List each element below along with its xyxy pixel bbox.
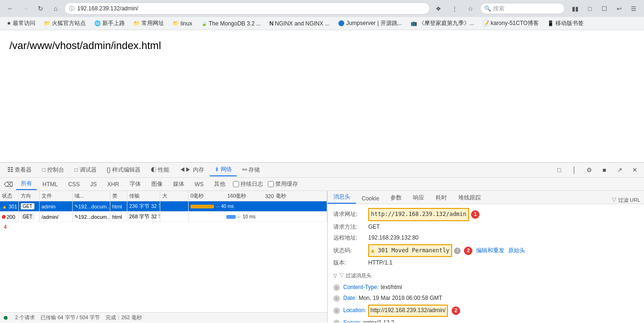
tab-console[interactable]: □ 控制台 [37, 164, 69, 176]
tab-debugger[interactable]: □ 调试器 [70, 164, 101, 176]
reload-button[interactable]: ↻ [34, 2, 47, 15]
bookmark-blog[interactable]: 📝 karony-51CTO博客 [480, 18, 542, 28]
subtab-xhr[interactable]: XHR [102, 180, 124, 189]
clear-log[interactable]: ⌫ [2, 178, 15, 191]
bookmark-label: 新手上路 [102, 19, 125, 27]
filter-headers-section: ▽ ▽ 过滤消息头 [333, 271, 638, 281]
tab-storage[interactable]: ⚯ 存储 [238, 164, 264, 176]
request-url-value: http://192.168.239.132/admin [368, 208, 469, 221]
folder-icon: 📁 [173, 20, 179, 26]
persist-log-checkbox[interactable]: 持续日志 [233, 180, 263, 188]
dock-left[interactable]: │ [568, 164, 581, 177]
bookmark-mongodb[interactable]: 🍃 The MongoDB 3.2 ... [198, 19, 264, 28]
menu-icon[interactable]: ⋮ [448, 2, 461, 15]
request-detail-panel: 消息头 Cookie 参数 响应 耗时 堆线跟踪 ▽ 过滤 URL 请求网址: … [328, 191, 644, 323]
window-controls: ▮▮ □ ☐ ↩ ☰ [569, 2, 640, 15]
mongodb-icon: 🍃 [201, 20, 207, 26]
network-status-bar: 2 个请求 已传输 64 字节 / 504 字节 完成：262 毫秒 [0, 312, 327, 323]
green-dot [4, 316, 8, 320]
home-button[interactable]: ⌂ [49, 2, 62, 15]
bookmark-most-visited[interactable]: ★ 最常访问 [4, 18, 38, 28]
tab-headers[interactable]: 消息头 [328, 191, 356, 204]
request-method-label: 请求方法: [333, 222, 366, 232]
tab-response[interactable]: 响应 [407, 192, 430, 204]
subtab-all[interactable]: 所有 [16, 178, 37, 190]
back-history[interactable]: ↩ [612, 2, 626, 15]
devtools-toggle[interactable]: □ [583, 2, 596, 15]
status-label: 状态码: [333, 246, 366, 256]
bookmark-tv[interactable]: 📺 《摩登家庭第九季》... [408, 18, 477, 28]
search-bar[interactable]: 🔍 搜索 [480, 3, 565, 14]
dock-bottom[interactable]: □ [553, 164, 566, 177]
url-text: 192.168.239.132/admin/ [77, 5, 425, 12]
mobile-icon: 📱 [547, 20, 554, 26]
col-timeline: 0毫秒 160毫秒 320 毫秒 [189, 191, 327, 201]
header-name-3: Location: [343, 306, 366, 316]
close-devtools[interactable]: ✕ [628, 164, 641, 177]
tab-stacktrace[interactable]: 堆线跟踪 [453, 192, 487, 204]
subtab-media[interactable]: 媒体 [168, 179, 189, 190]
tab-performance[interactable]: ◐ 性能 [146, 164, 174, 176]
type-html-1: html [110, 201, 127, 211]
more-menu[interactable]: ☰ [627, 2, 640, 15]
sidebar-toggle[interactable]: ▮▮ [569, 2, 582, 15]
toolbar-icons: ❖ ⋮ ☆ 🔍 搜索 [432, 2, 565, 15]
header-date: ○ Date: Mon, 19 Mar 2018 06:00:58 GMT [333, 293, 638, 304]
network-row-301[interactable]: ▲ 301 GET admin ✎ 192...docum... html 23… [0, 201, 327, 212]
settings-btn[interactable]: ⚙ [583, 164, 596, 177]
globe-icon: 🌐 [94, 20, 101, 26]
detail-content: 请求网址: http://192.168.239.132/admin 1 请求方… [328, 204, 644, 323]
info-icon[interactable]: ? [454, 248, 461, 254]
subtab-html[interactable]: HTML [38, 180, 63, 189]
dock-right[interactable]: ■ [598, 164, 611, 177]
status-value: ▲ 301 Moved Permanently [368, 244, 452, 257]
edit-resend-link[interactable]: 编辑和重发 [476, 246, 504, 256]
bookmark-mobile[interactable]: 📱 移动版书签 [545, 18, 586, 28]
address-bar[interactable]: ⓘ 192.168.239.132/admin/ [64, 2, 430, 15]
back-button[interactable]: ← [4, 2, 17, 15]
tab-memory[interactable]: ◀▶ 内存 [175, 164, 208, 176]
subtab-css[interactable]: CSS [64, 180, 85, 189]
star-icon: ★ [7, 20, 11, 26]
disable-cache-checkbox[interactable]: 禁用缓存 [268, 180, 298, 188]
bookmarks-icon[interactable]: ❖ [432, 2, 445, 15]
subtab-font[interactable]: 字体 [125, 179, 146, 190]
transferred-summary: 已传输 64 字节 / 504 字节 [41, 314, 100, 321]
subtab-other[interactable]: 其他 [209, 179, 230, 190]
bookmark-linux[interactable]: 📁 linux [170, 19, 195, 28]
raw-header-link[interactable]: 原始头 [508, 246, 525, 256]
fullscreen-btn[interactable]: ☐ [598, 2, 611, 15]
network-row-200[interactable]: 200 GET /admin/ ✎ 192...docum... html 26… [0, 212, 327, 222]
subtab-image[interactable]: 图像 [147, 179, 167, 190]
remote-address-label: 远程地址: [333, 233, 366, 243]
devtools-panel: ☷ 查看器 □ 控制台 □ 调试器 {} 样式编辑器 ◐ 性能 ◀▶ 内存 ⇟ … [0, 162, 644, 323]
bookmark-label: linux [181, 20, 192, 27]
request-url-row: 请求网址: http://192.168.239.132/admin 1 [333, 208, 638, 221]
bookmark-jumpserver[interactable]: 🔵 Jumpserver | 开源跳... [335, 18, 405, 28]
bookmark-label: NGINX and NGINX ... [275, 20, 330, 27]
separate-window[interactable]: ↗ [613, 164, 626, 177]
jumpserver-icon: 🔵 [338, 20, 345, 26]
lock-icon: ⓘ [69, 5, 74, 12]
star-icon[interactable]: ☆ [464, 2, 477, 15]
annotation-2: 2 [464, 247, 472, 255]
subtab-ws[interactable]: WS [190, 180, 208, 189]
tab-timing[interactable]: 耗时 [430, 192, 453, 204]
devtools-toolbar: ☷ 查看器 □ 控制台 □ 调试器 {} 样式编辑器 ◐ 性能 ◀▶ 内存 ⇟ … [0, 163, 644, 178]
bookmark-nginx[interactable]: N NGINX and NGINX ... [266, 19, 332, 28]
forward-button[interactable]: → [19, 2, 32, 15]
header-value-2: Mon, 19 Mar 2018 06:00:58 GMT [359, 293, 442, 304]
tab-inspector[interactable]: ☷ 查看器 [3, 164, 36, 176]
tab-params[interactable]: 参数 [385, 192, 407, 204]
status-200: 200 [0, 212, 19, 222]
bookmark-newbie[interactable]: 🌐 新手上路 [91, 18, 128, 28]
transferred-2: 268 字节 32 字节 [127, 212, 160, 222]
size-2 [160, 212, 189, 222]
subtab-js[interactable]: JS [85, 180, 101, 189]
tab-cookie[interactable]: Cookie [356, 193, 385, 204]
bookmark-common-url[interactable]: 📁 常用网址 [131, 18, 167, 28]
header-content-type: ○ Content-Type: text/html [333, 282, 638, 293]
bookmark-firefox[interactable]: 📁 火狐官方站点 [41, 18, 89, 28]
tab-network[interactable]: ⇟ 网络 [210, 164, 237, 176]
tab-style-editor[interactable]: {} 样式编辑器 [102, 164, 145, 176]
